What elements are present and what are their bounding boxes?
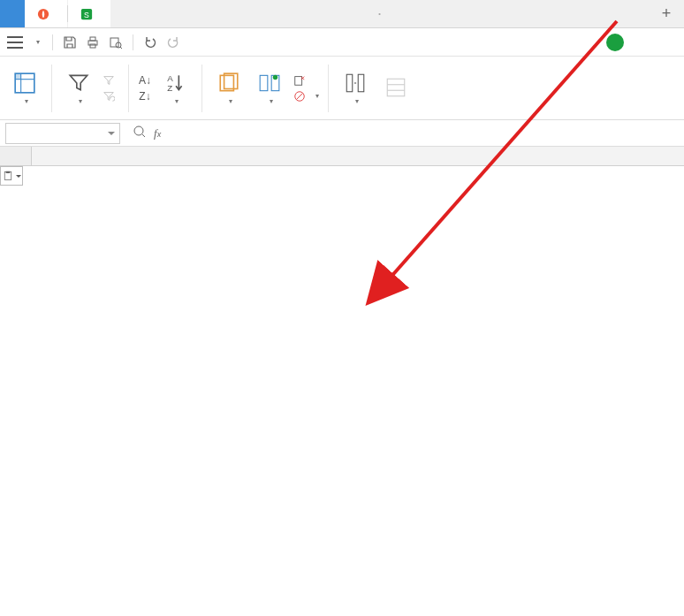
menu-tab-start[interactable] xyxy=(521,28,543,57)
menu-tabs xyxy=(521,28,677,57)
smart-fill-button[interactable] xyxy=(378,73,414,103)
svg-rect-35 xyxy=(5,171,10,173)
svg-rect-10 xyxy=(15,73,21,80)
paste-icon xyxy=(3,171,13,181)
reject-dup-button[interactable]: ▾ xyxy=(293,89,319,103)
tab-docer[interactable] xyxy=(25,0,67,27)
svg-text:A: A xyxy=(167,73,173,83)
sort-button[interactable]: AZ ▾ xyxy=(157,69,193,107)
text-to-col-icon xyxy=(343,71,368,95)
zoom-icon[interactable] xyxy=(133,125,147,141)
chevron-down-icon: ▾ xyxy=(36,38,40,46)
showall-button[interactable] xyxy=(102,73,119,87)
highlight-dup-button[interactable]: ▾ xyxy=(211,69,247,107)
undo-icon[interactable] xyxy=(141,33,160,52)
docer-icon xyxy=(37,8,49,20)
sort-icon: AZ xyxy=(163,71,187,95)
svg-line-8 xyxy=(120,47,122,49)
tab-add-button[interactable]: + xyxy=(649,0,684,27)
print-preview-icon[interactable] xyxy=(106,33,125,52)
autofilter-button[interactable]: ▾ xyxy=(61,69,96,107)
menu-tab-insert[interactable] xyxy=(543,28,564,57)
svg-point-20 xyxy=(273,75,277,80)
paste-options-button[interactable] xyxy=(0,166,23,186)
reject-dup-icon xyxy=(293,89,307,103)
svg-rect-26 xyxy=(346,74,353,92)
print-icon[interactable] xyxy=(83,33,103,52)
file-menu[interactable]: ▾ xyxy=(27,38,45,46)
name-box[interactable] xyxy=(5,123,120,144)
menubar: ▾ xyxy=(0,28,684,57)
menu-tab-view[interactable] xyxy=(645,28,666,57)
svg-rect-4 xyxy=(90,37,95,41)
sort-asc-icon: A↓ xyxy=(138,73,152,87)
menu-tab-formula[interactable] xyxy=(585,28,606,57)
tab-workbook[interactable]: S xyxy=(68,0,110,27)
reapply-button[interactable] xyxy=(102,89,119,103)
svg-rect-21 xyxy=(295,76,302,85)
svg-rect-29 xyxy=(387,79,405,96)
sort-desc-button[interactable]: Z↓ xyxy=(138,89,152,103)
highlight-dup-icon xyxy=(217,71,241,95)
filter-icon xyxy=(66,71,91,95)
sort-asc-button[interactable]: A↓ xyxy=(138,73,152,87)
menu-tab-pagelayout[interactable] xyxy=(564,28,585,57)
svg-line-33 xyxy=(142,134,145,137)
sort-desc-icon: Z↓ xyxy=(138,89,152,103)
data-compare-icon xyxy=(257,71,282,95)
svg-rect-27 xyxy=(358,74,364,92)
document-tabbar: S · + xyxy=(0,0,684,28)
redo-icon[interactable] xyxy=(163,33,183,52)
remove-dup-button[interactable] xyxy=(293,73,319,87)
spreadsheet-icon: S xyxy=(80,8,93,20)
menu-tab-data[interactable] xyxy=(606,34,624,51)
smart-fill-icon xyxy=(384,75,408,100)
text-to-col-button[interactable]: ▾ xyxy=(338,69,373,107)
menu-tab-more[interactable] xyxy=(666,28,677,57)
svg-point-32 xyxy=(134,126,143,135)
svg-text:Z: Z xyxy=(167,83,172,93)
save-icon[interactable] xyxy=(60,33,80,52)
hamburger-icon[interactable] xyxy=(7,36,23,49)
tab-home[interactable] xyxy=(0,0,25,27)
tab-overflow-icon[interactable]: · xyxy=(110,0,649,27)
remove-dup-icon xyxy=(293,73,307,87)
menu-tab-review[interactable] xyxy=(624,28,645,57)
svg-rect-18 xyxy=(260,75,268,90)
svg-text:S: S xyxy=(84,10,89,19)
formula-bar: fx xyxy=(0,120,684,147)
ribbon: ▾ ▾ A↓ Z↓ AZ ▾ ▾ ▾ ▾ ▾ xyxy=(0,57,684,120)
reapply-icon xyxy=(102,89,116,103)
spreadsheet-grid[interactable] xyxy=(0,147,684,166)
fx-icon[interactable]: fx xyxy=(154,126,161,141)
showall-icon xyxy=(102,73,116,87)
svg-line-25 xyxy=(297,93,303,99)
data-compare-button[interactable]: ▾ xyxy=(252,69,287,107)
pivot-icon xyxy=(12,71,37,95)
pivot-button[interactable]: ▾ xyxy=(7,69,42,107)
select-all-corner[interactable] xyxy=(0,147,32,165)
